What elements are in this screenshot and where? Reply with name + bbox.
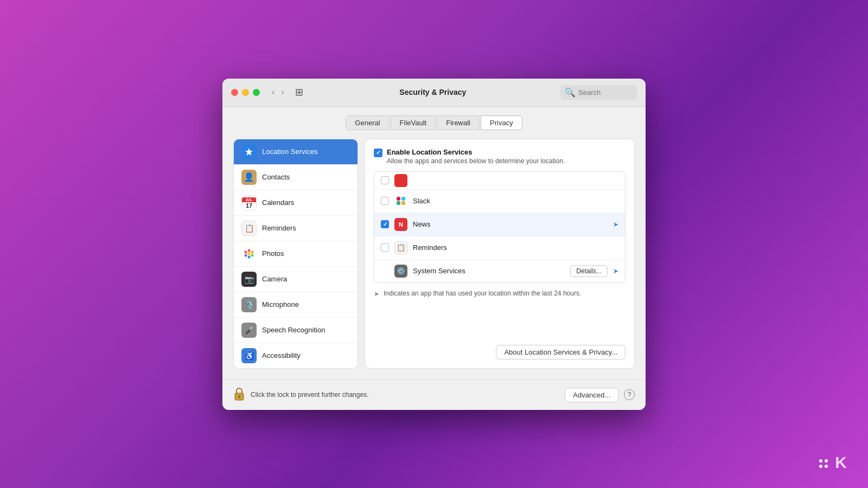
lock-text: Click the lock to prevent further change…	[251, 391, 559, 399]
reminders-list-icon: 📋	[394, 241, 407, 254]
back-button[interactable]: ‹	[270, 87, 277, 98]
sidebar-item-accessibility[interactable]: ♿ Accessibility	[234, 343, 358, 368]
sidebar-label-speech: Speech Recognition	[262, 326, 325, 334]
sidebar: Location Services 👤 Contacts JUL 17 Cale…	[233, 139, 358, 369]
system-services-name: System Services	[413, 267, 565, 275]
nav-buttons: ‹ ›	[270, 87, 286, 98]
search-bar: 🔍	[560, 85, 637, 100]
sidebar-item-contacts[interactable]: 👤 Contacts	[234, 165, 358, 190]
svg-point-7	[245, 251, 247, 253]
contacts-icon: 👤	[241, 170, 257, 185]
sidebar-label-calendars: Calendars	[262, 198, 294, 207]
slack-icon	[394, 195, 407, 208]
enable-location-row: Enable Location Services Allow the apps …	[374, 148, 626, 165]
svg-point-2	[248, 249, 251, 252]
slack-checkbox[interactable]	[381, 197, 389, 205]
enable-location-description: Allow the apps and services below to det…	[387, 157, 565, 165]
microphone-icon: 🎙️	[241, 297, 257, 312]
news-app-name: News	[413, 220, 608, 228]
sidebar-label-accessibility: Accessibility	[262, 351, 301, 359]
calendar-icon: JUL 17	[241, 195, 257, 210]
main-area: Location Services 👤 Contacts JUL 17 Cale…	[233, 139, 635, 369]
reminders-icon: 📋	[241, 221, 257, 236]
location-icon	[241, 144, 257, 159]
app-row-news: N News ➤	[374, 213, 625, 236]
svg-point-1	[247, 252, 251, 255]
system-services-arrow: ➤	[613, 267, 618, 275]
svg-rect-10	[239, 396, 240, 399]
advanced-button[interactable]: Advanced...	[565, 388, 618, 402]
indicator-text: Indicates an app that has used your loca…	[384, 290, 581, 297]
sidebar-item-reminders[interactable]: 📋 Reminders	[234, 216, 358, 241]
tab-firewall[interactable]: Firewall	[437, 115, 480, 130]
tab-filevault[interactable]: FileVault	[391, 115, 436, 130]
partial-checkbox[interactable]	[381, 176, 389, 184]
lock-icon[interactable]	[233, 387, 245, 403]
sidebar-label-contacts: Contacts	[262, 173, 290, 181]
traffic-lights	[231, 89, 260, 96]
tab-privacy[interactable]: Privacy	[481, 115, 522, 130]
camera-icon: 📷	[241, 272, 257, 287]
content-area: General FileVault Firewall Privacy Locat…	[222, 107, 646, 380]
about-location-services-button[interactable]: About Location Services & Privacy...	[496, 345, 626, 359]
news-location-arrow: ➤	[613, 221, 618, 228]
reminders-list-name: Reminders	[413, 243, 618, 252]
sidebar-item-speech[interactable]: 🎤 Speech Recognition	[234, 318, 358, 343]
svg-point-5	[248, 255, 251, 258]
app-row-slack: Slack	[374, 190, 625, 213]
tabs-bar: General FileVault Firewall Privacy	[233, 115, 635, 130]
indicator-icon: ➤	[374, 290, 379, 298]
sidebar-label-photos: Photos	[262, 249, 284, 258]
system-services-icon: ⚙️	[394, 265, 407, 278]
window-title: Security & Privacy	[312, 88, 554, 97]
bottom-bar: Click the lock to prevent further change…	[222, 380, 646, 410]
system-services-details-button[interactable]: Details...	[570, 265, 608, 277]
news-icon: N	[394, 218, 407, 231]
forward-button[interactable]: ›	[279, 87, 286, 98]
photos-icon	[241, 246, 257, 261]
svg-point-4	[251, 254, 254, 256]
app-row-reminders-list: 📋 Reminders	[374, 236, 625, 260]
sidebar-item-microphone[interactable]: 🎙️ Microphone	[234, 292, 358, 318]
slack-app-name: Slack	[413, 197, 618, 205]
enable-location-label: Enable Location Services	[387, 148, 565, 156]
indicator-row: ➤ Indicates an app that has used your lo…	[374, 290, 626, 298]
speech-icon: 🎤	[241, 323, 257, 338]
watermark: K	[819, 453, 846, 472]
watermark-letter: K	[835, 453, 846, 471]
sidebar-item-location[interactable]: Location Services	[234, 139, 358, 165]
sidebar-item-photos[interactable]: Photos	[234, 241, 358, 267]
partial-icon	[394, 174, 407, 187]
app-row-system-services: ⚙️ System Services Details... ➤	[374, 260, 625, 282]
app-row-partial	[374, 172, 625, 190]
about-btn-row: About Location Services & Privacy...	[374, 345, 626, 359]
help-button[interactable]: ?	[624, 389, 635, 400]
grid-button[interactable]: ⊞	[293, 85, 305, 99]
sidebar-label-camera: Camera	[262, 275, 287, 283]
svg-point-6	[245, 254, 247, 256]
right-panel: Enable Location Services Allow the apps …	[365, 139, 635, 369]
system-preferences-window: ‹ › ⊞ Security & Privacy 🔍 General FileV…	[222, 79, 646, 410]
maximize-button[interactable]	[253, 89, 260, 96]
search-input[interactable]	[578, 88, 633, 97]
enable-location-text: Enable Location Services Allow the apps …	[387, 148, 565, 165]
sidebar-label-location: Location Services	[262, 147, 318, 156]
sidebar-label-reminders: Reminders	[262, 224, 296, 232]
news-checkbox[interactable]	[381, 220, 389, 228]
sidebar-item-calendars[interactable]: JUL 17 Calendars	[234, 190, 358, 216]
sidebar-label-microphone: Microphone	[262, 300, 299, 309]
minimize-button[interactable]	[242, 89, 249, 96]
app-list: Slack N News ➤ 📋	[374, 171, 626, 283]
reminders-list-checkbox[interactable]	[381, 243, 389, 252]
close-button[interactable]	[231, 89, 238, 96]
svg-point-3	[251, 251, 254, 253]
sidebar-item-camera[interactable]: 📷 Camera	[234, 267, 358, 292]
titlebar: ‹ › ⊞ Security & Privacy 🔍	[222, 79, 646, 107]
tab-general[interactable]: General	[346, 115, 389, 130]
accessibility-icon: ♿	[241, 348, 257, 363]
search-icon: 🔍	[565, 87, 576, 98]
enable-location-checkbox[interactable]	[374, 149, 382, 157]
